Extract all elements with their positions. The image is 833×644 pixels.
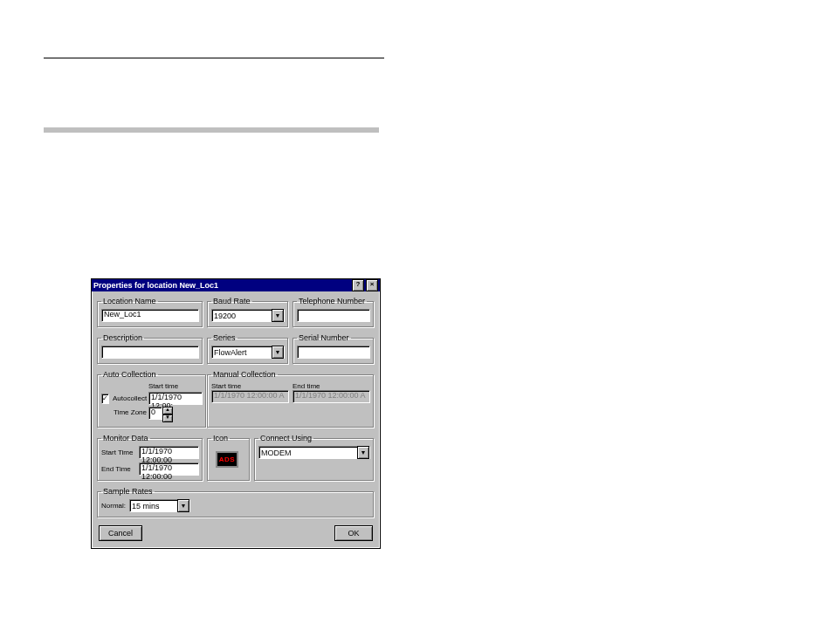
group-telephone: Telephone Number [293, 297, 375, 328]
legend-baud-rate: Baud Rate [211, 297, 252, 305]
group-series: Series FlowAlert ▼ [207, 333, 289, 365]
time-zone-value[interactable]: 0 [148, 407, 162, 420]
dialog-title: Properties for location New_Loc1 [93, 279, 218, 291]
legend-connect-using: Connect Using [258, 434, 313, 442]
time-zone-label: Time Zone [101, 407, 147, 422]
legend-manual-collection: Manual Collection [211, 370, 278, 379]
legend-series: Series [211, 333, 238, 342]
help-button[interactable]: ? [352, 279, 364, 291]
properties-dialog: Properties for location New_Loc1 ? × Loc… [91, 278, 381, 549]
chevron-down-icon[interactable]: ▼ [162, 414, 173, 422]
monitor-end-label: End Time [101, 465, 136, 473]
autocollect-label: Autocollect [113, 394, 147, 402]
baud-rate-select[interactable]: 19200 ▼ [211, 309, 285, 322]
legend-icon: Icon [211, 434, 230, 442]
group-serial-number: Serial Number [293, 333, 375, 365]
serial-number-input[interactable] [297, 346, 370, 359]
close-button[interactable]: × [366, 279, 378, 291]
legend-auto-collection: Auto Collection [101, 370, 158, 379]
location-name-input[interactable]: New_Loc1 [101, 309, 199, 322]
group-sample-rates: Sample Rates Normal: 15 mins ▼ [97, 487, 375, 518]
group-connect-using: Connect Using MODEM ▼ [254, 434, 375, 482]
cancel-button[interactable]: Cancel [99, 525, 142, 541]
dialog-titlebar[interactable]: Properties for location New_Loc1 ? × [92, 279, 380, 291]
chevron-down-icon: ▼ [272, 309, 284, 322]
legend-monitor-data: Monitor Data [101, 434, 150, 442]
ads-badge-icon: ADS [216, 451, 238, 468]
group-location-name: Location Name New_Loc1 [97, 297, 203, 328]
time-zone-stepper[interactable]: 0 ▲ ▼ [148, 407, 203, 422]
manual-start-label: Start time [211, 382, 289, 390]
manual-end-label: End time [293, 382, 370, 390]
auto-start-time-label: Start time [148, 382, 203, 390]
group-monitor-data: Monitor Data Start Time 1/1/1970 12:00:0… [97, 434, 203, 482]
group-auto-collection: Auto Collection Start time ✓ Autocollect… [97, 370, 207, 428]
sample-normal-label: Normal: [101, 502, 126, 510]
monitor-start-label: Start Time [101, 449, 136, 456]
baud-rate-value: 19200 [214, 312, 236, 320]
group-description: Description [97, 333, 203, 365]
manual-end-input: 1/1/1970 12:00:00 A [293, 390, 370, 403]
legend-serial-number: Serial Number [297, 333, 351, 342]
chevron-up-icon[interactable]: ▲ [162, 407, 173, 414]
series-value: FlowAlert [214, 348, 247, 357]
chevron-down-icon: ▼ [272, 346, 284, 359]
monitor-start-input[interactable]: 1/1/1970 12:00:00 [139, 446, 199, 459]
sample-normal-value: 15 mins [132, 502, 160, 510]
sample-normal-select[interactable]: 15 mins ▼ [129, 499, 190, 512]
autocollect-checkbox[interactable]: ✓ [101, 394, 109, 404]
legend-telephone: Telephone Number [297, 297, 367, 305]
series-select[interactable]: FlowAlert ▼ [211, 346, 285, 359]
description-input[interactable] [101, 346, 199, 359]
connect-using-value: MODEM [261, 449, 292, 457]
manual-start-input: 1/1/1970 12:00:00 A [211, 390, 289, 403]
location-icon[interactable]: ADS [211, 446, 243, 472]
legend-description: Description [101, 333, 144, 342]
group-manual-collection: Manual Collection Start time End time 1/… [207, 370, 375, 428]
chevron-down-icon: ▼ [357, 446, 369, 459]
group-baud-rate: Baud Rate 19200 ▼ [207, 297, 289, 328]
monitor-end-input[interactable]: 1/1/1970 12:00:00 [139, 462, 199, 476]
ok-button[interactable]: OK [334, 525, 373, 541]
telephone-input[interactable] [297, 309, 370, 322]
section-bar [44, 127, 379, 133]
legend-sample-rates: Sample Rates [101, 487, 155, 496]
connect-using-select[interactable]: MODEM ▼ [258, 446, 370, 459]
group-icon: Icon ADS [207, 434, 251, 482]
legend-location-name: Location Name [101, 297, 158, 305]
top-divider [44, 58, 384, 58]
auto-start-time-input[interactable]: 1/1/1970 12:00: [148, 392, 203, 405]
chevron-down-icon: ▼ [177, 499, 189, 512]
